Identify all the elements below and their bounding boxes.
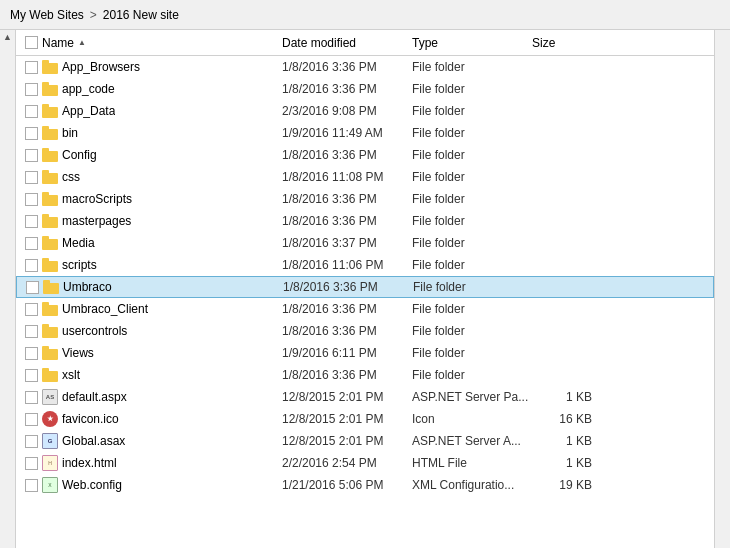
table-row[interactable]: css1/8/2016 11:08 PMFile folder [16,166,714,188]
file-size: 1 KB [532,434,592,448]
table-row[interactable]: Hindex.html2/2/2016 2:54 PMHTML File1 KB [16,452,714,474]
table-row[interactable]: ★favicon.ico12/8/2015 2:01 PMIcon16 KB [16,408,714,430]
row-checkbox[interactable] [25,61,38,74]
file-date: 1/8/2016 3:36 PM [282,324,412,338]
file-date: 1/8/2016 3:36 PM [282,368,412,382]
table-row[interactable]: bin1/9/2016 11:49 AMFile folder [16,122,714,144]
file-type: Icon [412,412,532,426]
file-name-text: macroScripts [62,192,132,206]
file-type: File folder [412,126,532,140]
folder-icon [42,302,58,316]
file-type: File folder [412,170,532,184]
table-row[interactable]: Umbraco_Client1/8/2016 3:36 PMFile folde… [16,298,714,320]
folder-icon [42,104,58,118]
row-checkbox[interactable] [25,215,38,228]
folder-icon [42,170,58,184]
file-name-col: Views [42,346,282,360]
row-checkbox-col [20,457,42,470]
row-checkbox-col [20,171,42,184]
left-scrollbar[interactable]: ▲ [0,30,16,548]
table-row[interactable]: Config1/8/2016 3:36 PMFile folder [16,144,714,166]
file-name-text: usercontrols [62,324,127,338]
file-date: 1/9/2016 6:11 PM [282,346,412,360]
row-checkbox[interactable] [25,237,38,250]
table-row[interactable]: App_Browsers1/8/2016 3:36 PMFile folder [16,56,714,78]
file-type: File folder [412,324,532,338]
file-name-col: xslt [42,368,282,382]
file-date: 1/8/2016 3:37 PM [282,236,412,250]
row-checkbox-col [21,281,43,294]
file-name-text: Global.asax [62,434,125,448]
aspx-icon: AS [42,389,58,405]
table-row[interactable]: usercontrols1/8/2016 3:36 PMFile folder [16,320,714,342]
scroll-up-arrow[interactable]: ▲ [3,32,12,42]
row-checkbox[interactable] [25,457,38,470]
file-date: 2/2/2016 2:54 PM [282,456,412,470]
folder-icon [42,82,58,96]
table-row[interactable]: xslt1/8/2016 3:36 PMFile folder [16,364,714,386]
file-name-col: usercontrols [42,324,282,338]
file-name-text: default.aspx [62,390,127,404]
file-type: File folder [412,214,532,228]
file-name-text: css [62,170,80,184]
file-name-text: scripts [62,258,97,272]
row-checkbox[interactable] [25,479,38,492]
file-name-col: masterpages [42,214,282,228]
breadcrumb-separator: > [90,8,97,22]
col-size-header[interactable]: Size [532,36,592,50]
file-rows-container: App_Browsers1/8/2016 3:36 PMFile foldera… [16,56,714,496]
row-checkbox[interactable] [25,413,38,426]
row-checkbox[interactable] [25,325,38,338]
table-row[interactable]: XWeb.config1/21/2016 5:06 PMXML Configur… [16,474,714,496]
table-row[interactable]: macroScripts1/8/2016 3:36 PMFile folder [16,188,714,210]
file-size: 1 KB [532,456,592,470]
row-checkbox-col [20,303,42,316]
table-row[interactable]: App_Data2/3/2016 9:08 PMFile folder [16,100,714,122]
file-type: File folder [412,148,532,162]
file-size: 1 KB [532,390,592,404]
file-size: 19 KB [532,478,592,492]
right-scrollbar[interactable] [714,30,730,548]
row-checkbox[interactable] [26,281,39,294]
file-type: File folder [412,192,532,206]
row-checkbox[interactable] [25,171,38,184]
row-checkbox[interactable] [25,105,38,118]
file-type: File folder [413,280,533,294]
row-checkbox[interactable] [25,259,38,272]
header-checkbox[interactable] [25,36,38,49]
row-checkbox-col [20,325,42,338]
file-type: XML Configuratio... [412,478,532,492]
file-size: 16 KB [532,412,592,426]
row-checkbox[interactable] [25,83,38,96]
file-name-text: index.html [62,456,117,470]
row-checkbox[interactable] [25,435,38,448]
file-type: File folder [412,258,532,272]
row-checkbox[interactable] [25,391,38,404]
table-row[interactable]: Media1/8/2016 3:37 PMFile folder [16,232,714,254]
col-date-header[interactable]: Date modified [282,36,412,50]
row-checkbox[interactable] [25,369,38,382]
col-type-header[interactable]: Type [412,36,532,50]
table-row[interactable]: app_code1/8/2016 3:36 PMFile folder [16,78,714,100]
col-name-header[interactable]: Name ▲ [42,36,282,50]
asax-icon: G [42,433,58,449]
row-checkbox[interactable] [25,303,38,316]
file-name-col: css [42,170,282,184]
file-date: 12/8/2015 2:01 PM [282,390,412,404]
file-name-text: Web.config [62,478,122,492]
table-row[interactable]: Views1/9/2016 6:11 PMFile folder [16,342,714,364]
row-checkbox-col [20,259,42,272]
table-row[interactable]: GGlobal.asax12/8/2015 2:01 PMASP.NET Ser… [16,430,714,452]
table-row[interactable]: masterpages1/8/2016 3:36 PMFile folder [16,210,714,232]
row-checkbox[interactable] [25,149,38,162]
file-name-text: Views [62,346,94,360]
table-row[interactable]: Umbraco1/8/2016 3:36 PMFile folder [16,276,714,298]
table-row[interactable]: ASdefault.aspx12/8/2015 2:01 PMASP.NET S… [16,386,714,408]
table-row[interactable]: scripts1/8/2016 11:06 PMFile folder [16,254,714,276]
row-checkbox-col [20,369,42,382]
row-checkbox[interactable] [25,127,38,140]
row-checkbox[interactable] [25,193,38,206]
row-checkbox[interactable] [25,347,38,360]
file-date: 2/3/2016 9:08 PM [282,104,412,118]
file-name-col: scripts [42,258,282,272]
